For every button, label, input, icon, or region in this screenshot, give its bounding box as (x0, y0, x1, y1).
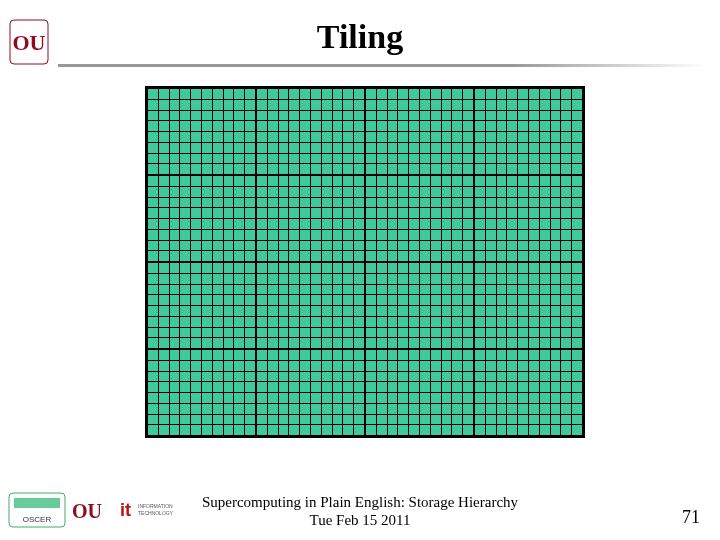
grid-major-cell (148, 89, 257, 174)
grid-major-cell (366, 176, 475, 261)
grid-major-row (148, 263, 582, 350)
grid-major-row (148, 176, 582, 263)
grid-major-cell (475, 176, 582, 261)
footer-line-2: Tue Feb 15 2011 (0, 511, 720, 530)
slide-title: Tiling (0, 18, 720, 56)
grid-major-cell (148, 263, 257, 348)
grid-major-cell (148, 350, 257, 435)
grid-major-row (148, 89, 582, 176)
grid-major-cell (366, 350, 475, 435)
slide-header: OU Tiling (0, 0, 720, 70)
grid-major-cell (475, 89, 582, 174)
grid-major-cell (475, 350, 582, 435)
title-underline (58, 64, 708, 67)
grid-major-cell (257, 176, 366, 261)
grid-major-cell (148, 176, 257, 261)
grid-major-cell (257, 89, 366, 174)
grid-major-row (148, 350, 582, 435)
grid-major-cell (366, 89, 475, 174)
footer-line-1: Supercomputing in Plain English: Storage… (0, 493, 720, 512)
grid-major-cell (257, 350, 366, 435)
tiling-grid (145, 86, 585, 438)
footer-caption: Supercomputing in Plain English: Storage… (0, 493, 720, 531)
grid-major-cell (475, 263, 582, 348)
grid-major-cell (366, 263, 475, 348)
grid-major-cell (257, 263, 366, 348)
page-number: 71 (682, 507, 700, 528)
slide-footer: OSCER OU it INFORMATION TECHNOLOGY Super… (0, 478, 720, 540)
